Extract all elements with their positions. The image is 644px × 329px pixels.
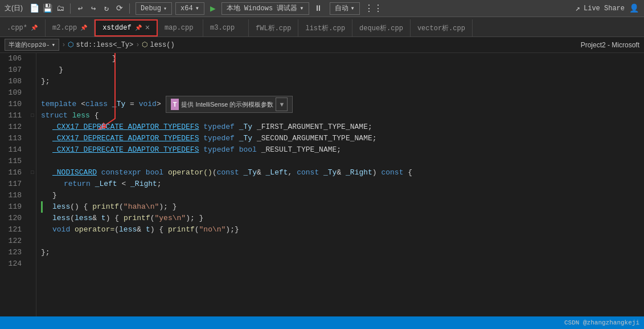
code-line-106: } bbox=[41, 53, 644, 64]
code-line-112: _CXX17_DEPRECATE_ADAPTOR_TYPEDEFS typede… bbox=[41, 121, 644, 133]
tab-m2-label: m2.cpp bbox=[52, 24, 77, 32]
titlebar: 文(日) 📄 💾 🗂 ↩ ↪ ↻ ⟳ Debug ▾ x64 ▾ ▶ 本地 Wi… bbox=[0, 0, 644, 17]
code-area: 106 107 108 109 110 111 112 113 114 115 … bbox=[0, 53, 644, 316]
tab-fwl[interactable]: fWL析.cpp bbox=[249, 19, 298, 36]
code-line-107: } bbox=[41, 64, 644, 76]
platform-dropdown[interactable]: x64 ▾ bbox=[175, 2, 204, 15]
tab-deque-label: deque析.cpp bbox=[359, 23, 403, 33]
code-line-111: struct less { bbox=[41, 110, 644, 121]
code-line-120: less(less& t) { printf("yes\n"); } bbox=[41, 213, 644, 224]
code-line-122 bbox=[41, 235, 644, 247]
tab-deque[interactable]: deque析.cpp bbox=[352, 19, 411, 36]
breadcrumb-function-label: less() bbox=[150, 41, 174, 49]
pause-icon[interactable]: ⏸ bbox=[313, 3, 324, 14]
code-line-109 bbox=[41, 87, 644, 99]
tab-xstddef-close-icon[interactable]: × bbox=[145, 24, 150, 32]
breadcrumb-sep1: › bbox=[61, 41, 65, 49]
tab-cpp-star-pin-icon: 📌 bbox=[31, 25, 38, 31]
statusbar-csdn: CSDN @zhangzhangkeji bbox=[564, 319, 639, 326]
collapse-struct-icon[interactable]: □ bbox=[31, 113, 34, 119]
auto-dropdown[interactable]: 自动 ▾ bbox=[330, 2, 360, 15]
code-line-114: _CXX17_DEPRECATE_ADAPTOR_TYPEDEFS typede… bbox=[41, 144, 644, 156]
code-line-119: less() { printf("haha\n"); } bbox=[41, 201, 644, 213]
tab-xstddef[interactable]: xstddef 📌 × bbox=[95, 19, 158, 36]
gutter-area: □ □ bbox=[28, 53, 36, 316]
collapse-operator-icon[interactable]: □ bbox=[31, 170, 34, 176]
breadcrumb-left-dropdown[interactable]: 半途的cpp20- ▾ bbox=[5, 39, 59, 51]
code-line-117: return _Left < _Right; bbox=[41, 178, 644, 190]
code-line-110: template <class _Ty = void> T 提供 Intelli… bbox=[41, 99, 644, 110]
code-line-121: void operator=(less& t) { printf("no\n")… bbox=[41, 224, 644, 235]
share-icon: ↗ bbox=[576, 3, 580, 13]
undo2-icon[interactable]: ↪ bbox=[88, 3, 99, 14]
tab-fwl-label: fWL析.cpp bbox=[256, 23, 291, 33]
tab-xstddef-pin-icon: 📌 bbox=[135, 25, 142, 31]
undo-icon[interactable]: ↩ bbox=[75, 3, 86, 14]
menu-label[interactable]: 文(日) bbox=[5, 3, 23, 13]
breadcrumb-right: Project2 - Microsoft bbox=[581, 41, 639, 49]
code-line-123: }; bbox=[41, 247, 644, 258]
breadcrumb-left-arrow-icon: ▾ bbox=[52, 41, 56, 48]
tab-list-label: list析.cpp bbox=[305, 23, 345, 33]
toolbar-icons: 📄 💾 🗂 ↩ ↪ ↻ ⟳ bbox=[28, 3, 132, 14]
separator2 bbox=[129, 3, 130, 14]
tab-m2[interactable]: m2.cpp 📌 bbox=[46, 19, 95, 36]
tab-vector-label: vector析.cpp bbox=[417, 23, 465, 33]
code-line-124 bbox=[41, 258, 644, 270]
tab-cpp-star[interactable]: .cpp* 📌 bbox=[0, 19, 46, 36]
live-share-label[interactable]: Live Share bbox=[584, 5, 625, 13]
tab-map[interactable]: map.cpp bbox=[158, 19, 203, 36]
tab-m2-pin-icon: 📌 bbox=[80, 25, 87, 31]
breadcrumb-namespace: ⬡ std::less<_Ty> bbox=[68, 40, 133, 49]
separator1 bbox=[70, 3, 71, 14]
save-icon[interactable]: 💾 bbox=[42, 3, 53, 14]
code-content[interactable]: } } }; template <class _Ty = void> T 提供 … bbox=[36, 53, 644, 316]
debugger-arrow-icon: ▾ bbox=[300, 4, 303, 13]
platform-label: x64 bbox=[181, 5, 193, 13]
platform-arrow-icon: ▾ bbox=[195, 4, 199, 13]
new-file-icon[interactable]: 📄 bbox=[28, 3, 40, 14]
debug-label: Debug bbox=[141, 5, 161, 13]
tab-vector[interactable]: vector析.cpp bbox=[411, 19, 473, 36]
run-button[interactable]: ▶ bbox=[210, 3, 216, 14]
code-line-116: _NODISCARD constexpr bool operator()(con… bbox=[41, 167, 644, 178]
tabbar: .cpp* 📌 m2.cpp 📌 xstddef 📌 × map.cpp m3.… bbox=[0, 17, 644, 37]
statusbar: CSDN @zhangzhangkeji bbox=[0, 316, 644, 329]
debugger-dropdown[interactable]: 本地 Windows 调试器 ▾ bbox=[221, 2, 309, 15]
breadcrumb-sep2: › bbox=[136, 41, 140, 49]
line-numbers: 106 107 108 109 110 111 112 113 114 115 … bbox=[0, 53, 28, 316]
green-bar-119 bbox=[41, 201, 43, 213]
debug-dropdown[interactable]: Debug ▾ bbox=[136, 2, 172, 15]
intellisense-btn[interactable]: ▼ bbox=[276, 98, 288, 111]
code-line-115 bbox=[41, 156, 644, 167]
live-share-section: ↗ Live Share 👤 bbox=[576, 3, 639, 14]
breadcrumb-function: ⬡ less() bbox=[142, 40, 174, 49]
tab-map-label: map.cpp bbox=[165, 24, 193, 32]
debug-arrow-icon: ▾ bbox=[163, 5, 167, 12]
intellisense-text: 提供 IntelliSense 的示例模板参数 bbox=[181, 99, 273, 110]
tab-xstddef-label: xstddef bbox=[102, 24, 131, 32]
statusbar-right: CSDN @zhangzhangkeji bbox=[564, 319, 639, 326]
debugger-label: 本地 Windows 调试器 bbox=[227, 3, 298, 13]
code-line-113: _CXX17_DEPRECATE_ADAPTOR_TYPEDEFS typede… bbox=[41, 133, 644, 144]
redo-icon[interactable]: ↻ bbox=[101, 3, 112, 14]
breadcrumb-left-label: 半途的cpp20- bbox=[9, 40, 50, 49]
tab-m3[interactable]: m3.cpp bbox=[203, 19, 249, 36]
auto-label: 自动 bbox=[335, 3, 348, 13]
tab-list[interactable]: list析.cpp bbox=[298, 19, 352, 36]
auto-arrow-icon: ▾ bbox=[351, 4, 355, 13]
code-line-108: }; bbox=[41, 76, 644, 87]
breadcrumb-namespace-label: std::less<_Ty> bbox=[76, 41, 133, 49]
account-icon[interactable]: 👤 bbox=[628, 3, 639, 14]
tab-cpp-star-label: .cpp* bbox=[7, 24, 27, 32]
redo2-icon[interactable]: ⟳ bbox=[114, 3, 125, 14]
grid-icon[interactable]: ⋮⋮ bbox=[368, 3, 379, 14]
project-name-label: Project2 - Microsoft bbox=[581, 41, 639, 49]
intellisense-t-icon: T bbox=[171, 99, 179, 110]
breadcrumb-bar: 半途的cpp20- ▾ › ⬡ std::less<_Ty> › ⬡ less(… bbox=[0, 37, 644, 53]
code-line-118: } bbox=[41, 190, 644, 201]
tab-m3-label: m3.cpp bbox=[210, 24, 235, 32]
save-all-icon[interactable]: 🗂 bbox=[55, 3, 66, 14]
